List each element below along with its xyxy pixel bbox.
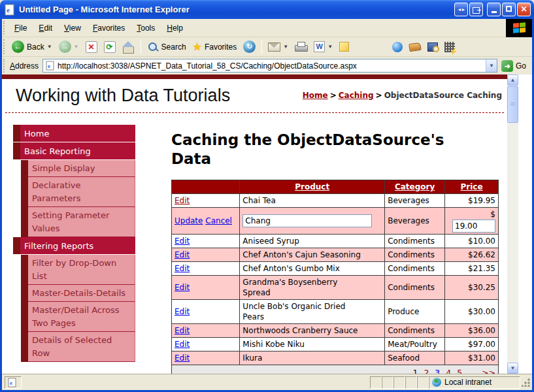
edit-link[interactable]: Edit [175,250,190,259]
scrollbar-thumb[interactable] [507,86,518,123]
category-cell: Condiments [385,235,445,248]
edit-link[interactable]: Edit [175,283,190,292]
sidebar-item-details-of-selected-row[interactable]: Details of Selected Row [21,332,135,362]
sort-product-link[interactable]: Product [295,182,329,191]
edit-link[interactable]: Edit [175,353,190,363]
sidebar-item-label: Simple Display [28,160,135,177]
pager-page-4[interactable]: 4 [446,368,451,374]
search-button[interactable]: Search [144,40,190,54]
resize-grip[interactable] [522,378,531,387]
menu-favorites[interactable]: Favorites [87,21,131,35]
sidebar-item-filter-by-dropdown-list[interactable]: Filter by Drop-Down List [21,255,135,285]
messenger-button[interactable] [389,41,406,54]
main-content: Caching the ObjectDataSource's Data Prod… [171,125,499,374]
menu-file[interactable]: File [8,21,33,35]
favorites-button[interactable]: ★ Favorites [190,41,241,54]
edit-link[interactable]: Edit [175,340,190,349]
scroll-up-button[interactable]: ▲ [507,74,518,86]
product-cell: Grandma's Boysenberry Spread [242,277,360,298]
address-dropdown-button[interactable]: ▼ [486,59,497,72]
minimize-button[interactable] [487,3,501,16]
barcode-icon [444,42,455,52]
sidebar-item-label: Declarative Parameters [28,177,135,207]
edit-link[interactable]: Edit [175,196,190,205]
product-name-input[interactable] [242,214,372,227]
breadcrumb-caching-link[interactable]: Caching [339,91,374,100]
sidebar-item-simple-display[interactable]: Simple Display [21,160,135,177]
search-icon [147,41,159,53]
pager-page-3[interactable]: 3 [435,368,440,374]
price-cell: $97.00 [445,338,499,351]
cancel-link[interactable]: Cancel [205,216,232,225]
menu-help[interactable]: Help [161,21,189,35]
edit-dropdown-icon: ▼ [327,44,333,50]
edit-link[interactable]: Edit [175,307,190,316]
forward-button[interactable]: → ▼ [56,39,82,54]
close-button[interactable]: ✕ [517,3,531,16]
discuss-button[interactable] [336,41,352,53]
pager-ellipsis[interactable]: ... [468,368,476,374]
research-button[interactable] [424,41,441,53]
history-button[interactable]: ↻ [240,39,259,54]
addon-button-1[interactable] [406,42,424,52]
edit-link[interactable]: Edit [175,264,190,273]
titlebar-popout-button[interactable] [469,3,483,16]
price-input[interactable] [452,220,495,233]
sidebar-item-home[interactable]: Home [13,125,135,142]
search-label: Search [161,42,186,52]
sort-category-link[interactable]: Category [395,182,435,191]
product-cell: Chef Anton's Gumbo Mix [240,262,385,276]
titlebar-arrows-button[interactable] [454,3,468,16]
favorites-star-icon: ★ [193,42,202,52]
edit-link[interactable]: Edit [175,326,190,335]
sidebar-item-basic-reporting[interactable]: Basic Reporting [13,142,135,159]
sidebar-item-label: Master-Details-Details [28,285,135,302]
home-button[interactable] [119,40,138,54]
print-button[interactable] [292,41,310,53]
maximize-button[interactable] [502,3,516,16]
grid-header-empty [172,180,240,194]
status-panel [417,376,429,389]
stop-button[interactable]: ✕ [82,40,101,54]
scroll-down-button[interactable]: ▼ [507,363,518,374]
breadcrumb-current: ObjectDataSource Caching [384,91,502,100]
edit-link[interactable]: Edit [175,237,190,246]
category-cell: Condiments [385,324,445,338]
price-cell: $26.62 [445,248,499,262]
pager-page-2[interactable]: 2 [424,368,429,374]
nav-notch [21,207,28,237]
menu-tools[interactable]: Tools [131,21,161,35]
mail-icon [268,42,280,52]
table-row: Edit Grandma's Boysenberry Spread Condim… [172,276,499,300]
page-top-rule [2,74,507,79]
edit-row: Update Cancel Beverages $ [172,208,499,235]
table-row: Edit Uncle Bob's Organic Dried Pears Pro… [172,300,499,324]
sidebar-item-master-details-details[interactable]: Master-Details-Details [21,285,135,302]
addon-button-2[interactable] [441,41,458,54]
refresh-button[interactable]: ⟳ [101,40,119,54]
sidebar-item-master-detail-two-pages[interactable]: Master/Detail Across Two Pages [21,302,135,332]
grid-header-price: Price [445,180,499,194]
menu-view[interactable]: View [58,21,87,35]
standard-toolbar: ← Back ▼ → ▼ ✕ ⟳ Search ★ Favorites ↻ [2,37,532,57]
nav-notch [21,177,28,207]
sidebar-item-setting-parameter-values[interactable]: Setting Parameter Values [21,207,135,237]
nav-notch [13,237,20,254]
address-label: Address [8,61,42,71]
go-button[interactable]: ➜ Go [497,60,530,72]
price-cell: $31.00 [445,351,499,365]
price-cell: $19.95 [445,194,499,208]
back-button[interactable]: ← Back ▼ [8,39,56,54]
address-input[interactable] [58,60,486,71]
update-link[interactable]: Update [175,216,203,225]
menu-edit[interactable]: Edit [33,21,58,35]
mail-button[interactable]: ▼ [265,41,292,53]
sort-price-link[interactable]: Price [460,182,482,191]
scrollbar-track[interactable] [507,123,518,363]
pager-next-link[interactable]: >> [482,368,495,374]
edit-with-word-button[interactable]: W ▼ [310,40,336,54]
sidebar-item-filtering-reports[interactable]: Filtering Reports [13,237,135,254]
sidebar-item-declarative-parameters[interactable]: Declarative Parameters [21,177,135,207]
breadcrumb-home-link[interactable]: Home [303,91,328,100]
pager-page-5[interactable]: 5 [457,368,462,374]
